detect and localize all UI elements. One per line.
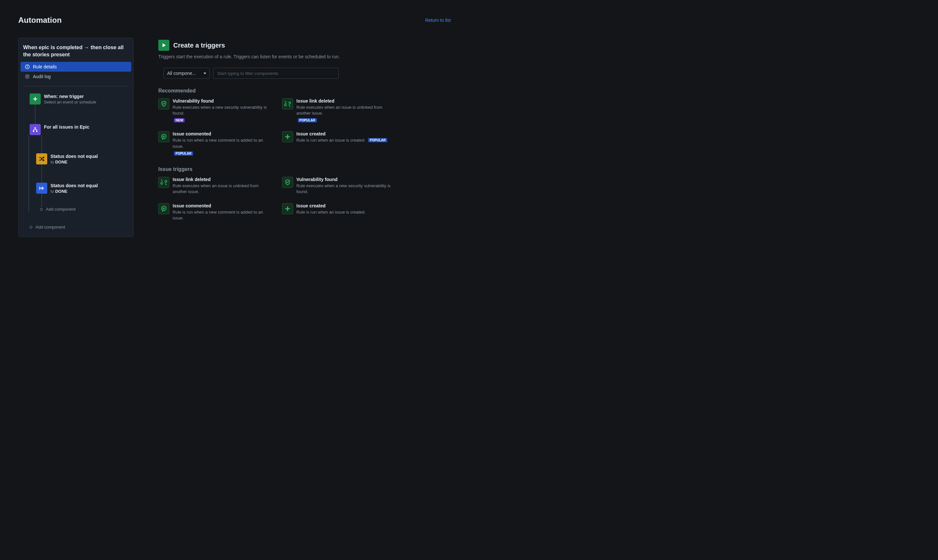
svg-line-17: [289, 106, 290, 106]
svg-rect-11: [36, 131, 37, 132]
plus-icon: [282, 131, 293, 142]
svg-point-1: [27, 65, 28, 66]
nav-audit-log[interactable]: Audit log: [20, 72, 131, 82]
svg-rect-9: [34, 127, 36, 129]
nav-label: Audit log: [33, 74, 51, 79]
trigger-desc: Rule executes when an issue is unlinked …: [173, 183, 259, 194]
component-search-input[interactable]: [213, 68, 339, 79]
trigger-title: Vulnerability found: [296, 177, 393, 182]
play-icon: [158, 40, 169, 51]
node-title: Status does not equal: [51, 154, 98, 159]
add-component-inner[interactable]: Add component: [36, 207, 129, 212]
trigger-card[interactable]: Vulnerability foundRule executes when a …: [158, 98, 269, 123]
trigger-title: Vulnerability found: [173, 98, 269, 103]
trigger-desc: Rule is run when an issue is created.: [296, 210, 365, 215]
add-label: Add component: [35, 225, 65, 229]
arrow-right-icon: [36, 183, 47, 194]
shuffle-icon: [36, 153, 47, 165]
shield-icon: [282, 177, 293, 188]
trigger-desc: Rule is run when a new comment is added …: [173, 138, 263, 148]
rule-sidebar: When epic is completed → then close all …: [18, 38, 134, 237]
trigger-card[interactable]: Issue link deletedRule executes when an …: [282, 98, 393, 123]
circle-icon: [30, 226, 32, 229]
tree-condition-node[interactable]: Status does not equal to DONE: [36, 153, 129, 165]
circle-icon: [40, 208, 43, 211]
node-title: For all issues in Epic: [44, 125, 89, 129]
trigger-title: Issue created: [296, 131, 387, 137]
trigger-desc: Rule executes when a new security vulner…: [296, 183, 391, 194]
trigger-title: Issue link deleted: [173, 177, 269, 182]
trigger-title: Issue commented: [173, 131, 269, 137]
plus-icon: [30, 94, 41, 105]
section-recommended-label: Recommended: [158, 88, 451, 94]
main-subtitle: Triggers start the execution of a rule. …: [158, 54, 451, 59]
rule-name: When epic is completed → then close all …: [20, 43, 131, 62]
trigger-title: Issue created: [296, 203, 365, 208]
badge-popular: POPULAR: [368, 138, 387, 142]
trigger-card[interactable]: Issue commentedRule is run when a new co…: [158, 131, 269, 155]
node-subtitle: Select an event or schedule: [44, 100, 96, 105]
trigger-title: Issue link deleted: [296, 98, 393, 103]
trigger-desc: Rule is run when a new comment is added …: [173, 210, 263, 220]
svg-line-24: [165, 184, 166, 185]
svg-rect-10: [33, 131, 34, 132]
tree-action-node[interactable]: Status does not equal to DONE: [36, 183, 129, 194]
plus-icon: [282, 203, 293, 214]
svg-line-23: [161, 180, 162, 181]
add-component-outer[interactable]: Add component: [30, 225, 129, 229]
tree-trigger-node[interactable]: When: new trigger Select an event or sch…: [30, 94, 129, 105]
trigger-card[interactable]: Vulnerability foundRule executes when a …: [282, 177, 393, 195]
unlink-icon: [158, 177, 169, 188]
page-title: Automation: [18, 15, 62, 25]
shield-icon: [158, 98, 169, 109]
sitemap-icon: [30, 124, 41, 135]
trigger-desc: Rule executes when an issue is unlinked …: [296, 105, 382, 115]
node-subtitle: to DONE: [51, 160, 98, 165]
trigger-desc: Rule executes when a new security vulner…: [173, 105, 267, 115]
node-title: When: new trigger: [44, 94, 96, 99]
svg-line-16: [285, 101, 286, 102]
section-issue-triggers-label: Issue triggers: [158, 166, 451, 172]
node-title: Status does not equal: [51, 183, 98, 188]
svg-rect-2: [27, 66, 28, 68]
trigger-card[interactable]: Issue createdRule is run when an issue i…: [282, 203, 393, 221]
comment-icon: [158, 131, 169, 142]
unlink-icon: [282, 98, 293, 109]
node-subtitle: to DONE: [51, 189, 98, 194]
trigger-title: Issue commented: [173, 203, 269, 208]
main-panel: Create a triggers Triggers start the exe…: [158, 38, 451, 237]
trigger-card[interactable]: Issue commentedRule is run when a new co…: [158, 203, 269, 221]
divider: [23, 86, 129, 86]
info-icon: [25, 65, 30, 69]
badge-popular: POPULAR: [298, 118, 317, 122]
badge-popular: POPULAR: [174, 151, 193, 155]
return-to-list-link[interactable]: Return to list: [425, 18, 451, 23]
nav-label: Rule details: [33, 64, 57, 69]
add-label: Add component: [46, 207, 75, 212]
trigger-card[interactable]: Issue link deletedRule executes when an …: [158, 177, 269, 195]
component-type-select[interactable]: All compone...: [163, 68, 210, 79]
badge-new: NEW: [174, 118, 185, 122]
main-title: Create a triggers: [173, 42, 225, 49]
trigger-card[interactable]: Issue createdRule is run when an issue i…: [282, 131, 393, 155]
comment-icon: [158, 203, 169, 214]
list-icon: [25, 74, 30, 79]
nav-rule-details[interactable]: Rule details: [20, 62, 131, 72]
tree-branch-node[interactable]: For all issues in Epic: [30, 124, 129, 135]
trigger-desc: Rule is run when an issue is created.: [296, 138, 365, 143]
